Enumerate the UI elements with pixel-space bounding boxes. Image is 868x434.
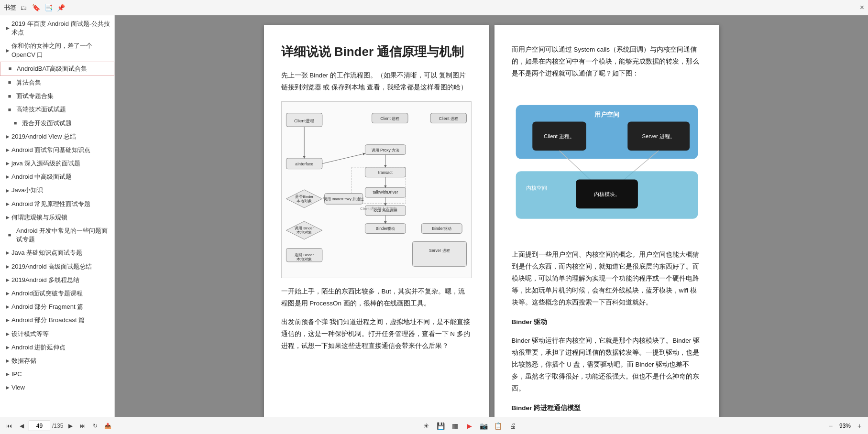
arrow-icon-14: ▶ <box>6 214 10 221</box>
arrow-icon-9: ▶ <box>6 147 10 153</box>
sidebar-item-25[interactable]: ▶ IPC <box>0 368 114 381</box>
arrow-icon-18: ▶ <box>6 277 10 283</box>
item-icon-6: ■ <box>6 106 13 113</box>
svg-text:内核模块。: 内核模块。 <box>593 191 620 197</box>
sidebar-label-6: 高端技术面试试题 <box>16 105 66 114</box>
arrow-icon-26: ▶ <box>6 384 10 391</box>
sidebar-item-9[interactable]: ▶ Android 面试常问基础知识点 <box>0 143 114 157</box>
arrow-icon-11: ▶ <box>6 174 10 180</box>
print-icon[interactable]: 🖨 <box>506 420 519 432</box>
next-page-button[interactable]: ▶ <box>65 421 76 431</box>
close-button[interactable]: × <box>860 3 864 12</box>
save-icon[interactable]: 💾 <box>435 420 447 432</box>
zoom-out-button[interactable]: − <box>826 421 835 431</box>
sidebar-item-12[interactable]: ▶ Java小知识 <box>0 184 114 197</box>
pdf-container[interactable]: 详细说说 Binder 通信原理与机制 先上一张 Binder 的工作流程图。（… <box>115 15 868 417</box>
sidebar-item-26[interactable]: ▶ View <box>0 381 114 394</box>
arrow-icon-22: ▶ <box>6 331 10 337</box>
sidebar-label-24: 数据存储 <box>11 357 36 365</box>
page-body-right: 而用户空间可以通过 System calls（系统回调）与内核空间通信的，如果在… <box>512 44 702 414</box>
zoom-control: − 93% + <box>826 421 864 431</box>
grid-icon[interactable]: ▦ <box>449 420 461 432</box>
sidebar-label-20: Android 部分 Fragment 篇 <box>11 303 83 311</box>
svg-text:Server 进程。: Server 进程。 <box>642 133 675 139</box>
zoom-in-button[interactable]: + <box>855 421 864 431</box>
sidebar-item-14[interactable]: ▶ 何谓悲观锁与乐观锁 <box>0 211 114 224</box>
play-icon[interactable]: ▶ <box>463 420 476 432</box>
sidebar-item-19[interactable]: ▶ Android面试突破专题课程 <box>0 287 114 300</box>
sidebar-item-7[interactable]: ■ 混合开发面试试题 <box>0 117 114 130</box>
sidebar-item-6[interactable]: ■ 高端技术面试试题 <box>0 103 114 116</box>
arrow-icon-20: ▶ <box>6 304 10 310</box>
rotate-button[interactable]: ↻ <box>90 421 100 431</box>
sidebar-item-24[interactable]: ▶ 数据存储 <box>0 354 114 368</box>
sidebar-item-22[interactable]: ▶ 设计模式等等 <box>0 327 114 341</box>
svg-text:返回 Binder: 返回 Binder <box>295 252 314 257</box>
svg-text:transact: transact <box>378 170 393 175</box>
sidebar-label-16: Java 基础知识点面试专题 <box>11 249 82 257</box>
page-body-left: 先上一张 Binder 的工作流程图。（如果不清晰，可以 复制图片链接到浏览器 … <box>281 70 472 352</box>
prev-page-button[interactable]: ◀ <box>16 421 27 431</box>
sidebar-label-2: 你和你的女神之间，差了一个 OpenCV 口 <box>11 42 110 59</box>
bookmark-icon1[interactable]: 🗂 <box>19 3 28 12</box>
sidebar-label-1: 2019 年百度 Android 面试题-公共技术点 <box>11 20 110 37</box>
sidebar-item-18[interactable]: ▶ 2019Android 多线程总结 <box>0 273 114 287</box>
bookmark-icon2[interactable]: 🔖 <box>32 3 40 12</box>
sidebar-item-11[interactable]: ▶ Android 中高级面试题 <box>0 170 114 184</box>
sidebar-label-11: Android 中高级面试题 <box>11 173 72 181</box>
right-para1: 而用户空间可以通过 System calls（系统回调）与内核空间通信的，如果在… <box>512 44 702 80</box>
sidebar-item-1[interactable]: ▶ 2019 年百度 Android 面试题-公共技术点 <box>0 17 114 39</box>
svg-text:调用 BinderProxy 并通过: 调用 BinderProxy 并通过 <box>323 196 363 201</box>
arrow-icon-17: ▶ <box>6 263 10 270</box>
sidebar-item-3[interactable]: ■ AndroidBAT高级面试合集 <box>0 62 114 76</box>
sidebar-label-12: Java小知识 <box>11 186 43 195</box>
svg-text:本地对象: 本地对象 <box>297 230 312 235</box>
sidebar-item-20[interactable]: ▶ Android 部分 Fragment 篇 <box>0 300 114 314</box>
sidebar-label-19: Android面试突破专题课程 <box>11 289 83 298</box>
sidebar-item-23[interactable]: ▶ Android 进阶延伸点 <box>0 341 114 354</box>
sidebar-label-4: 算法合集 <box>16 78 41 87</box>
sidebar-label-15: Android 开发中常见的一些问题面试专题 <box>16 227 110 244</box>
left-para2: 一开始上手，陌生的东西比较多，But，其实并不复杂。嗯，流程图是用 Proces… <box>281 286 472 310</box>
page-number-input[interactable] <box>29 421 50 431</box>
sidebar-label-17: 2019Android 高级面试题总结 <box>11 262 92 271</box>
copy-icon[interactable]: 📋 <box>492 420 505 432</box>
section1-title: Binder 驱动 <box>512 316 702 328</box>
title-bar-title: 书签 <box>4 3 16 12</box>
sidebar-item-4[interactable]: ■ 算法合集 <box>0 76 114 89</box>
bookmark-icon3[interactable]: 📑 <box>44 3 53 12</box>
first-page-button[interactable]: ⏮ <box>4 421 14 431</box>
sidebar-item-2[interactable]: ▶ 你和你的女神之间，差了一个 OpenCV 口 <box>0 39 114 61</box>
sidebar-item-13[interactable]: ▶ Android 常见原理性面试专题 <box>0 197 114 211</box>
sidebar-label-13: Android 常见原理性面试专题 <box>11 200 90 208</box>
zoom-value: 93% <box>836 423 854 429</box>
sidebar-item-15[interactable]: ■ Android 开发中常见的一些问题面试专题 <box>0 224 114 246</box>
svg-text:本地对象: 本地对象 <box>297 199 312 203</box>
sidebar-item-17[interactable]: ▶ 2019Android 高级面试题总结 <box>0 260 114 273</box>
arrow-icon-21: ▶ <box>6 317 10 324</box>
page-title: 详细说说 Binder 通信原理与机制 <box>281 44 472 60</box>
screenshot-icon[interactable]: 📷 <box>478 420 490 432</box>
sidebar-label-10: java 深入源码级的面试题 <box>11 159 80 168</box>
svg-text:Server 进程: Server 进程 <box>429 248 450 253</box>
svg-text:是否Binder: 是否Binder <box>295 195 313 199</box>
sidebar: ▶ 2019 年百度 Android 面试题-公共技术点 ▶ 你和你的女神之间，… <box>0 15 115 417</box>
sidebar-item-21[interactable]: ▶ Android 部分 Broadcast 篇 <box>0 314 114 327</box>
section2-title: Binder 跨进程通信模型 <box>512 402 702 414</box>
main-container: ▶ 2019 年百度 Android 面试题-公共技术点 ▶ 你和你的女神之间，… <box>0 15 868 417</box>
bottom-left: ⏮ ◀ /135 ▶ ⏭ ↻ 📤 <box>4 421 113 431</box>
sun-icon[interactable]: ☀ <box>420 420 433 432</box>
sidebar-item-5[interactable]: ■ 面试专题合集 <box>0 89 114 103</box>
last-page-button[interactable]: ⏭ <box>77 421 88 431</box>
svg-text:Client 进程。: Client 进程。 <box>544 133 575 139</box>
content-area: 详细说说 Binder 通信原理与机制 先上一张 Binder 的工作流程图。（… <box>115 15 868 417</box>
svg-text:talkWithDriver: talkWithDriver <box>373 190 398 195</box>
bookmark-icon4[interactable]: 📌 <box>56 3 65 12</box>
left-para1: 先上一张 Binder 的工作流程图。（如果不清晰，可以 复制图片链接到浏览器 … <box>281 70 472 94</box>
export-button[interactable]: 📤 <box>102 421 113 431</box>
bottom-right: − 93% + <box>826 421 864 431</box>
section1-content: Binder 驱动运行在内核空间，它就是那个内核模块了。Binder 驱动很重要… <box>512 335 702 395</box>
sidebar-item-8[interactable]: ▶ 2019Android View 总结 <box>0 130 114 143</box>
sidebar-item-10[interactable]: ▶ java 深入源码级的面试题 <box>0 157 114 170</box>
sidebar-item-16[interactable]: ▶ Java 基础知识点面试专题 <box>0 246 114 260</box>
